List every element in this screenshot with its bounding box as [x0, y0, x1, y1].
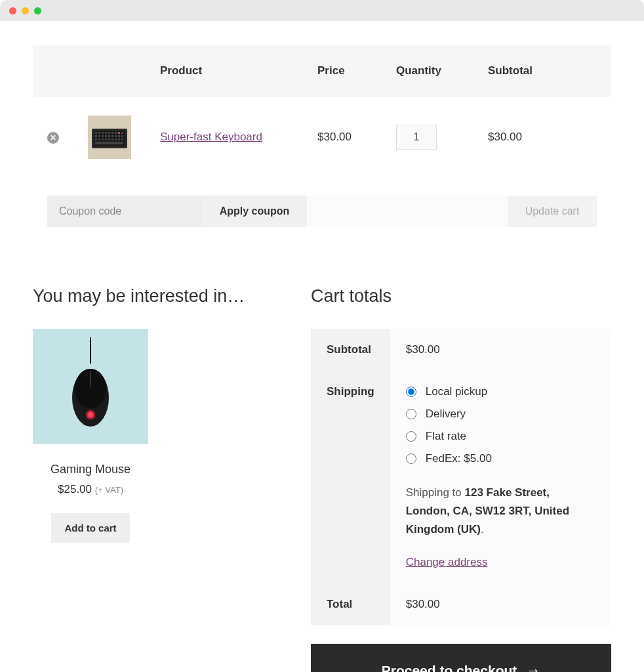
svg-rect-8 — [111, 132, 113, 134]
header-product: Product — [146, 45, 303, 97]
shipping-radio[interactable] — [406, 387, 416, 397]
related-product-name: Gaming Mouse — [33, 463, 148, 476]
header-thumb — [73, 45, 146, 97]
cart-totals-table: Subtotal $30.00 Shipping Local pickupDel… — [311, 329, 611, 625]
total-label: Total — [311, 583, 390, 625]
shipping-option-label: Flat rate — [426, 430, 466, 443]
svg-rect-28 — [118, 138, 120, 140]
shipping-option: Local pickup — [406, 385, 595, 398]
cart-actions-bar: Apply coupon Update cart — [47, 196, 597, 227]
change-address-link[interactable]: Change address — [406, 556, 488, 569]
svg-rect-18 — [115, 135, 117, 137]
cart-totals-heading: Cart totals — [311, 286, 611, 306]
close-window-icon[interactable] — [9, 7, 16, 14]
related-product-card: Gaming Mouse $25.00 (+ VAT) Add to cart — [33, 329, 148, 543]
svg-rect-7 — [108, 132, 110, 134]
svg-rect-15 — [105, 135, 107, 137]
svg-rect-30 — [95, 142, 123, 144]
vat-suffix: (+ VAT) — [95, 485, 123, 495]
svg-point-36 — [88, 412, 93, 417]
header-subtotal: Subtotal — [473, 45, 611, 97]
svg-rect-13 — [98, 135, 100, 137]
svg-rect-23 — [102, 138, 104, 140]
svg-rect-4 — [98, 132, 100, 134]
product-price: $30.00 — [303, 97, 382, 177]
maximize-window-icon[interactable] — [34, 7, 41, 14]
interested-heading: You may be interested in… — [33, 286, 289, 306]
apply-coupon-button[interactable]: Apply coupon — [202, 196, 307, 227]
svg-rect-22 — [98, 138, 100, 140]
svg-rect-25 — [108, 138, 110, 140]
product-subtotal: $30.00 — [473, 97, 611, 177]
svg-rect-14 — [102, 135, 104, 137]
shipping-options-list: Local pickupDeliveryFlat rateFedEx: $5.0… — [406, 385, 595, 465]
product-name-link[interactable]: Super-fast Keyboard — [160, 131, 262, 143]
checkout-label: Proceed to checkout — [382, 663, 517, 672]
spacer — [307, 196, 508, 227]
shipping-to-suffix: . — [481, 523, 484, 536]
proceed-to-checkout-button[interactable]: Proceed to checkout → — [311, 644, 611, 672]
update-cart-button[interactable]: Update cart — [508, 196, 597, 227]
shipping-radio[interactable] — [406, 409, 416, 419]
minimize-window-icon[interactable] — [22, 7, 29, 14]
svg-rect-26 — [111, 138, 113, 140]
cart-row: ✕ — [33, 97, 611, 177]
svg-rect-3 — [95, 132, 97, 134]
related-product-price: $25.00 (+ VAT) — [33, 483, 148, 496]
svg-rect-16 — [108, 135, 110, 137]
svg-rect-5 — [102, 132, 104, 134]
shipping-option-label: Delivery — [426, 408, 466, 421]
total-value: $30.00 — [390, 583, 611, 625]
subtotal-label: Subtotal — [311, 329, 390, 371]
svg-rect-27 — [115, 138, 117, 140]
shipping-label: Shipping — [311, 371, 390, 583]
svg-rect-24 — [105, 138, 107, 140]
svg-rect-12 — [95, 135, 97, 137]
remove-item-button[interactable]: ✕ — [47, 132, 59, 144]
close-icon: ✕ — [50, 133, 56, 142]
shipping-option: Delivery — [406, 408, 595, 421]
svg-rect-9 — [115, 132, 117, 134]
cart-table: Product Price Quantity Subtotal ✕ — [33, 45, 611, 245]
shipping-radio[interactable] — [406, 453, 416, 464]
quantity-input[interactable] — [396, 125, 437, 150]
svg-rect-6 — [105, 132, 107, 134]
header-remove — [33, 45, 73, 97]
svg-rect-11 — [121, 132, 123, 134]
header-quantity: Quantity — [382, 45, 473, 97]
coupon-code-input[interactable] — [47, 196, 202, 227]
product-thumbnail[interactable] — [88, 116, 131, 159]
svg-rect-10 — [118, 132, 120, 134]
related-product-image[interactable] — [33, 329, 148, 444]
arrow-right-icon: → — [526, 662, 540, 672]
shipping-destination: Shipping to 123 Fake Street, London, CA,… — [406, 484, 595, 539]
subtotal-value: $30.00 — [390, 329, 611, 371]
shipping-option: FedEx: $5.00 — [406, 452, 595, 465]
svg-rect-20 — [121, 135, 123, 137]
shipping-radio[interactable] — [406, 431, 416, 442]
price-value: $25.00 — [58, 483, 92, 495]
svg-rect-29 — [121, 138, 123, 140]
svg-rect-19 — [118, 135, 120, 137]
header-price: Price — [303, 45, 382, 97]
add-to-cart-button[interactable]: Add to cart — [51, 513, 129, 543]
shipping-option: Flat rate — [406, 430, 595, 443]
shipping-option-label: FedEx: $5.00 — [426, 452, 492, 465]
svg-rect-17 — [111, 135, 113, 137]
shipping-to-prefix: Shipping to — [406, 486, 465, 499]
svg-rect-21 — [95, 138, 97, 140]
shipping-option-label: Local pickup — [426, 385, 488, 398]
window-titlebar — [0, 0, 644, 21]
